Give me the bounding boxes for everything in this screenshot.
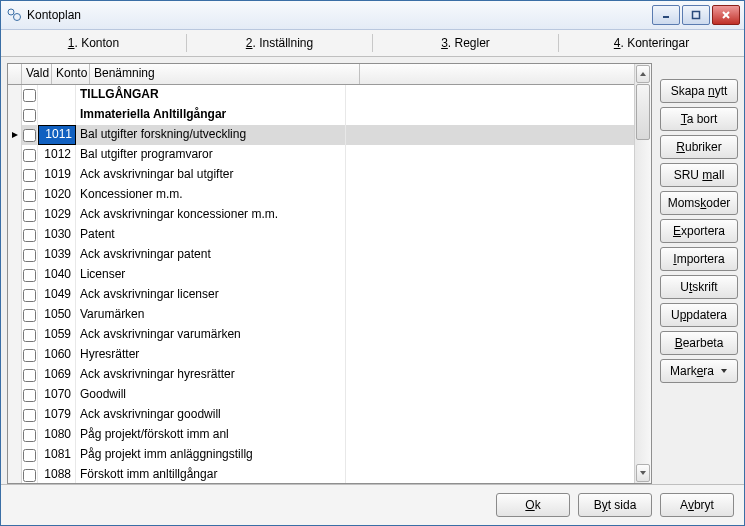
side-button-4[interactable]: Momskoder: [660, 191, 738, 215]
tab-konteringar[interactable]: 4. Konteringar: [559, 30, 744, 56]
table-row[interactable]: 1012Bal utgifter programvaror: [8, 145, 634, 165]
konto-cell: [38, 105, 76, 125]
col-konto[interactable]: Konto: [52, 64, 90, 84]
konto-cell[interactable]: 1011: [38, 125, 76, 145]
scroll-up-icon[interactable]: [636, 65, 650, 83]
vald-checkbox[interactable]: [23, 89, 36, 102]
vald-checkbox[interactable]: [23, 109, 36, 122]
table-row[interactable]: 1070Goodwill: [8, 385, 634, 405]
side-button-3[interactable]: SRU mall: [660, 163, 738, 187]
row-indicator: [8, 185, 22, 205]
vald-checkbox[interactable]: [23, 349, 36, 362]
close-button[interactable]: [712, 5, 740, 25]
table-row[interactable]: 1040Licenser: [8, 265, 634, 285]
vald-checkbox[interactable]: [23, 229, 36, 242]
vald-checkbox[interactable]: [23, 369, 36, 382]
vald-checkbox[interactable]: [23, 309, 36, 322]
table-row[interactable]: 1019Ack avskrivningar bal utgifter: [8, 165, 634, 185]
byt-sida-button[interactable]: Byt sida: [578, 493, 652, 517]
vald-checkbox[interactable]: [23, 129, 36, 142]
table-row[interactable]: 1020Koncessioner m.m.: [8, 185, 634, 205]
side-button-9[interactable]: Bearbeta: [660, 331, 738, 355]
vald-checkbox-cell: [22, 385, 38, 405]
table-row[interactable]: 1079Ack avskrivningar goodwill: [8, 405, 634, 425]
vald-checkbox[interactable]: [23, 249, 36, 262]
row-indicator: [8, 305, 22, 325]
vald-checkbox[interactable]: [23, 169, 36, 182]
scroll-thumb[interactable]: [636, 84, 650, 140]
scroll-down-icon[interactable]: [636, 464, 650, 482]
vald-checkbox[interactable]: [23, 449, 36, 462]
table-row[interactable]: 1049Ack avskrivningar licenser: [8, 285, 634, 305]
benamning-cell: Bal utgifter forskning/utveckling: [76, 125, 346, 145]
vald-checkbox[interactable]: [23, 469, 36, 482]
benamning-cell: Varumärken: [76, 305, 346, 325]
avbryt-button[interactable]: Avbryt: [660, 493, 734, 517]
table-row[interactable]: 1060Hyresrätter: [8, 345, 634, 365]
table-row[interactable]: 1011Bal utgifter forskning/utveckling: [8, 125, 634, 145]
side-button-5[interactable]: Exportera: [660, 219, 738, 243]
benamning-cell: Goodwill: [76, 385, 346, 405]
grid-body[interactable]: TILLGÅNGARImmateriella Anltillgångar1011…: [8, 85, 634, 483]
konto-cell: 1070: [38, 385, 76, 405]
vald-checkbox-cell: [22, 325, 38, 345]
tab-regler[interactable]: 3. Regler: [373, 30, 558, 56]
tab-installning[interactable]: 2. Inställning: [187, 30, 372, 56]
vald-checkbox-cell: [22, 365, 38, 385]
col-rest: [360, 64, 634, 84]
vald-checkbox[interactable]: [23, 429, 36, 442]
scroll-track[interactable]: [635, 84, 651, 463]
benamning-cell: Ack avskrivningar hyresrätter: [76, 365, 346, 385]
rest-cell: [346, 205, 634, 225]
side-button-10[interactable]: Markera: [660, 359, 738, 383]
vald-checkbox[interactable]: [23, 189, 36, 202]
table-row[interactable]: 1059Ack avskrivningar varumärken: [8, 325, 634, 345]
konto-cell: 1059: [38, 325, 76, 345]
vald-checkbox[interactable]: [23, 209, 36, 222]
benamning-cell: Påg projekt imm anläggningstillg: [76, 445, 346, 465]
side-button-6[interactable]: Importera: [660, 247, 738, 271]
table-row[interactable]: 1088Förskott imm anltillgångar: [8, 465, 634, 483]
minimize-button[interactable]: [652, 5, 680, 25]
tab-bar: 1. Konton 2. Inställning 3. Regler 4. Ko…: [1, 30, 744, 57]
col-vald[interactable]: Vald: [22, 64, 52, 84]
vald-checkbox[interactable]: [23, 149, 36, 162]
rest-cell: [346, 285, 634, 305]
rest-cell: [346, 165, 634, 185]
table-row[interactable]: 1030Patent: [8, 225, 634, 245]
konto-cell: 1012: [38, 145, 76, 165]
side-button-2[interactable]: Rubriker: [660, 135, 738, 159]
side-button-0[interactable]: Skapa nytt: [660, 79, 738, 103]
table-row[interactable]: 1039Ack avskrivningar patent: [8, 245, 634, 265]
vald-checkbox[interactable]: [23, 289, 36, 302]
row-indicator: [8, 405, 22, 425]
tab-konton[interactable]: 1. Konton: [1, 30, 186, 56]
vald-checkbox[interactable]: [23, 329, 36, 342]
row-indicator: [8, 425, 22, 445]
table-row[interactable]: 1081Påg projekt imm anläggningstillg: [8, 445, 634, 465]
konto-cell: 1029: [38, 205, 76, 225]
table-row[interactable]: 1069Ack avskrivningar hyresrätter: [8, 365, 634, 385]
vald-checkbox[interactable]: [23, 389, 36, 402]
table-row[interactable]: TILLGÅNGAR: [8, 85, 634, 105]
vald-checkbox[interactable]: [23, 269, 36, 282]
ok-button[interactable]: Ok: [496, 493, 570, 517]
side-button-7[interactable]: Utskrift: [660, 275, 738, 299]
side-button-8[interactable]: Uppdatera: [660, 303, 738, 327]
rest-cell: [346, 105, 634, 125]
rest-cell: [346, 265, 634, 285]
vertical-scrollbar[interactable]: [634, 64, 651, 483]
maximize-button[interactable]: [682, 5, 710, 25]
row-indicator: [8, 85, 22, 105]
table-row[interactable]: 1080Påg projekt/förskott imm anl: [8, 425, 634, 445]
table-row[interactable]: 1029Ack avskrivningar koncessioner m.m.: [8, 205, 634, 225]
col-benamning[interactable]: Benämning: [90, 64, 360, 84]
vald-checkbox[interactable]: [23, 409, 36, 422]
table-row[interactable]: 1050Varumärken: [8, 305, 634, 325]
row-indicator: [8, 365, 22, 385]
konto-cell: [38, 85, 76, 105]
table-row[interactable]: Immateriella Anltillgångar: [8, 105, 634, 125]
side-button-1[interactable]: Ta bort: [660, 107, 738, 131]
tab-label: . Konteringar: [620, 36, 689, 50]
vald-checkbox-cell: [22, 125, 38, 145]
